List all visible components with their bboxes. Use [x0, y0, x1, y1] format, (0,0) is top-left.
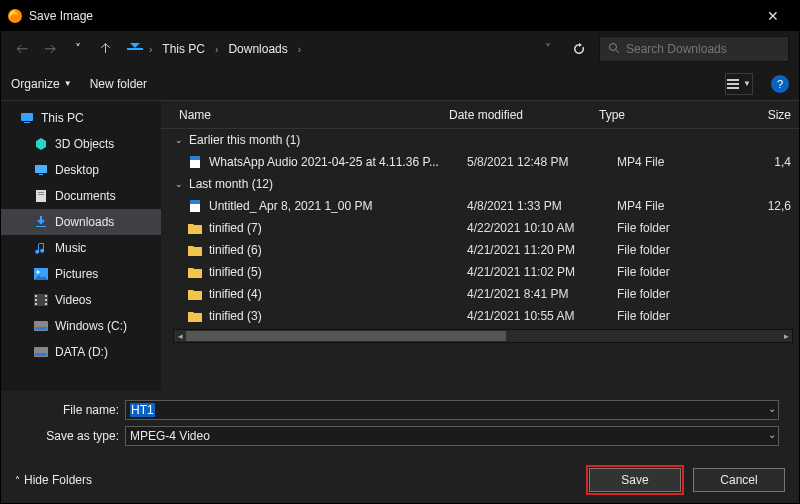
svg-rect-12: [38, 192, 44, 193]
scroll-thumb[interactable]: [186, 331, 506, 341]
sidebar-item-downloads[interactable]: Downloads: [1, 209, 161, 235]
file-row[interactable]: WhatsApp Audio 2021-04-25 at 4.11.36 P..…: [167, 151, 799, 173]
svg-rect-10: [39, 174, 43, 175]
sidebar-item-desktop[interactable]: Desktop: [1, 157, 161, 183]
computer-icon: [19, 110, 35, 126]
group-last-month[interactable]: ⌄Last month (12): [167, 173, 799, 195]
col-type[interactable]: Type: [599, 108, 719, 122]
view-options-button[interactable]: ▼: [725, 73, 753, 95]
hide-folders-button[interactable]: ˄ Hide Folders: [15, 473, 92, 487]
organize-button[interactable]: Organize▼: [11, 77, 72, 91]
sidebar-item-thispc[interactable]: This PC: [1, 105, 161, 131]
save-form: File name: HT1 ⌄ Save as type: MPEG-4 Vi…: [1, 391, 799, 451]
folder-icon: [187, 220, 203, 236]
sidebar-item-pictures[interactable]: Pictures: [1, 261, 161, 287]
folder-icon: [187, 264, 203, 280]
file-name-input[interactable]: HT1 ⌄: [125, 400, 779, 420]
file-row[interactable]: tinified (7)4/22/2021 10:10 AMFile folde…: [167, 217, 799, 239]
sidebar-item-label: DATA (D:): [55, 345, 108, 359]
sidebar-item-videos[interactable]: Videos: [1, 287, 161, 313]
sidebar-item-drive-c[interactable]: Windows (C:): [1, 313, 161, 339]
svg-rect-11: [36, 190, 46, 202]
svg-line-3: [616, 50, 619, 53]
col-date[interactable]: Date modified: [449, 108, 599, 122]
svg-rect-27: [35, 353, 47, 356]
svg-rect-7: [21, 113, 33, 121]
svg-rect-5: [727, 83, 739, 85]
search-icon: [608, 42, 620, 57]
chevron-down-icon[interactable]: ⌄: [768, 403, 776, 414]
file-row[interactable]: tinified (4)4/21/2021 8:41 PMFile folder: [167, 283, 799, 305]
forward-icon: 🡢: [39, 38, 61, 60]
nav-bar: 🡠 🡢 ˅ 🡡 › This PC › Downloads › ˅: [1, 31, 799, 67]
video-icon: [33, 292, 49, 308]
crumb-downloads[interactable]: Downloads: [224, 40, 291, 58]
cancel-button[interactable]: Cancel: [693, 468, 785, 492]
col-size[interactable]: Size: [719, 108, 799, 122]
file-row[interactable]: Untitled_ Apr 8, 2021 1_00 PM4/8/2021 1:…: [167, 195, 799, 217]
chevron-right-icon[interactable]: ›: [294, 44, 305, 55]
sidebar-item-drive-d[interactable]: DATA (D:): [1, 339, 161, 365]
breadcrumb[interactable]: › This PC › Downloads ›: [123, 36, 403, 62]
chevron-right-icon[interactable]: ›: [211, 44, 222, 55]
chevron-down-icon: ⌄: [175, 135, 183, 145]
file-name-label: File name:: [21, 403, 119, 417]
file-row[interactable]: tinified (5)4/21/2021 11:02 PMFile folde…: [167, 261, 799, 283]
drive-icon: [33, 344, 49, 360]
svg-rect-31: [190, 200, 200, 204]
col-name[interactable]: Name: [179, 108, 449, 122]
horizontal-scrollbar[interactable]: ◂▸: [173, 329, 793, 343]
svg-rect-4: [727, 79, 739, 81]
desktop-icon: [33, 162, 49, 178]
picture-icon: [33, 266, 49, 282]
save-type-select[interactable]: MPEG-4 Video ⌄: [125, 426, 779, 446]
svg-rect-19: [35, 299, 37, 301]
folder-icon: [187, 308, 203, 324]
chevron-right-icon[interactable]: ›: [145, 44, 156, 55]
svg-rect-1: [127, 48, 143, 50]
search-input[interactable]: [626, 42, 780, 56]
bottom-bar: ˄ Hide Folders Save Cancel: [1, 457, 799, 503]
svg-rect-25: [35, 327, 47, 330]
sidebar-item-music[interactable]: Music: [1, 235, 161, 261]
back-icon: 🡠: [11, 38, 33, 60]
sidebar-item-label: Pictures: [55, 267, 98, 281]
window-title: Save Image: [29, 9, 93, 23]
file-list: Name Date modified Type Size ⌄Earlier th…: [161, 101, 799, 391]
up-icon[interactable]: 🡡: [95, 38, 117, 60]
close-icon[interactable]: ✕: [753, 1, 793, 31]
sidebar-item-documents[interactable]: Documents: [1, 183, 161, 209]
file-row[interactable]: tinified (6)4/21/2021 11:20 PMFile folde…: [167, 239, 799, 261]
location-dropdown-icon[interactable]: ˅: [537, 38, 559, 60]
svg-rect-21: [45, 295, 47, 297]
svg-rect-14: [36, 226, 46, 227]
svg-rect-20: [35, 303, 37, 305]
thispc-icon: [127, 41, 143, 57]
sidebar-item-label: Desktop: [55, 163, 99, 177]
group-earlier-this-month[interactable]: ⌄Earlier this month (1): [167, 129, 799, 151]
new-folder-button[interactable]: New folder: [90, 77, 147, 91]
svg-rect-8: [24, 122, 30, 123]
chevron-down-icon[interactable]: ⌄: [768, 429, 776, 440]
recent-locations-icon[interactable]: ˅: [67, 38, 89, 60]
crumb-thispc[interactable]: This PC: [158, 40, 209, 58]
column-headers[interactable]: Name Date modified Type Size: [161, 101, 799, 129]
svg-rect-6: [727, 87, 739, 89]
svg-point-16: [37, 271, 40, 274]
cube-icon: [33, 136, 49, 152]
download-icon: [33, 214, 49, 230]
svg-rect-13: [38, 194, 44, 195]
svg-point-2: [610, 43, 617, 50]
save-type-label: Save as type:: [21, 429, 119, 443]
sidebar-item-3dobjects[interactable]: 3D Objects: [1, 131, 161, 157]
scroll-left-icon[interactable]: ◂: [174, 330, 186, 342]
search-box[interactable]: [599, 36, 789, 62]
refresh-icon[interactable]: [569, 39, 589, 59]
scroll-right-icon[interactable]: ▸: [780, 330, 792, 342]
help-icon[interactable]: ?: [771, 75, 789, 93]
svg-rect-23: [45, 303, 47, 305]
save-button[interactable]: Save: [589, 468, 681, 492]
sidebar-item-label: Music: [55, 241, 86, 255]
svg-rect-29: [190, 156, 200, 160]
file-row[interactable]: tinified (3)4/21/2021 10:55 AMFile folde…: [167, 305, 799, 327]
